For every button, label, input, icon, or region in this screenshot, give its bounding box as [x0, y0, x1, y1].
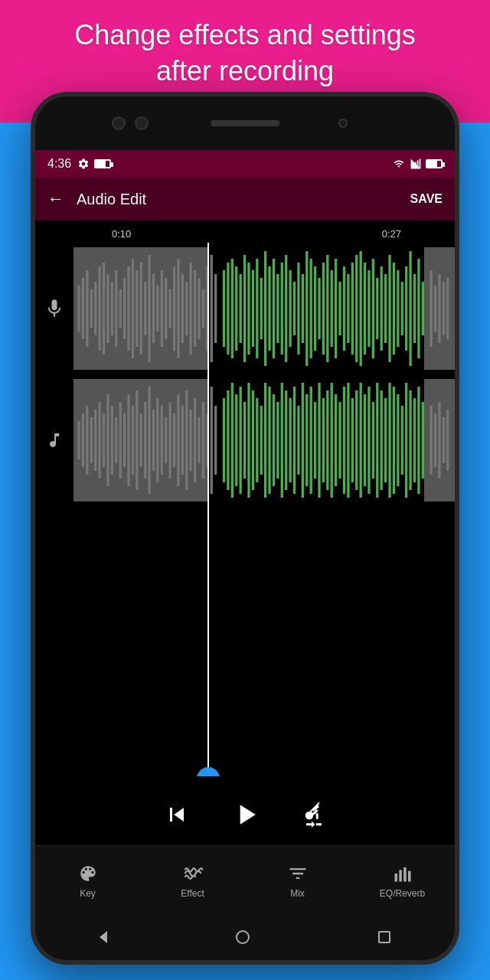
- svg-rect-95: [90, 417, 93, 463]
- svg-rect-135: [260, 406, 263, 475]
- svg-rect-98: [103, 413, 105, 467]
- svg-rect-104: [127, 394, 129, 486]
- svg-rect-58: [305, 251, 308, 366]
- svg-rect-68: [347, 274, 349, 343]
- play-button[interactable]: [229, 798, 263, 831]
- svg-rect-101: [115, 417, 117, 463]
- svg-rect-102: [119, 402, 122, 479]
- svg-rect-155: [343, 387, 345, 494]
- svg-rect-41: [235, 266, 237, 351]
- phone-frame: 4:36: [31, 92, 459, 965]
- svg-rect-52: [281, 263, 283, 354]
- svg-rect-49: [268, 266, 270, 351]
- svg-rect-53: [285, 255, 287, 362]
- svg-rect-7: [90, 289, 93, 328]
- status-icons-right: [392, 158, 443, 169]
- battery-status-icon: [94, 159, 111, 168]
- svg-rect-168: [397, 394, 399, 486]
- svg-rect-39: [227, 263, 229, 354]
- nav-item-key[interactable]: Key: [35, 862, 140, 899]
- svg-rect-21: [148, 255, 150, 362]
- svg-rect-116: [177, 394, 179, 486]
- playhead-handle[interactable]: [197, 767, 220, 776]
- bottom-nav: Key Effect Mix: [35, 845, 455, 914]
- svg-rect-25: [165, 278, 167, 339]
- svg-rect-74: [372, 259, 374, 358]
- svg-rect-90: [443, 282, 445, 335]
- svg-rect-122: [202, 402, 204, 479]
- svg-rect-93: [82, 413, 84, 467]
- voice-track-icon: [35, 296, 74, 321]
- svg-rect-140: [281, 383, 283, 498]
- app-bar: ← Audio Edit SAVE: [35, 178, 455, 220]
- svg-rect-103: [123, 413, 126, 467]
- recents-nav-square[interactable]: [378, 931, 390, 943]
- svg-rect-131: [243, 402, 246, 479]
- svg-rect-46: [256, 259, 258, 358]
- svg-rect-37: [214, 274, 217, 343]
- svg-rect-134: [256, 398, 258, 482]
- effect-icon: [182, 862, 204, 885]
- svg-rect-69: [351, 263, 354, 354]
- svg-rect-81: [401, 282, 403, 335]
- svg-rect-108: [144, 402, 146, 479]
- camera-left: [112, 116, 126, 130]
- svg-rect-133: [252, 390, 254, 490]
- svg-rect-65: [335, 259, 337, 358]
- svg-rect-153: [335, 394, 337, 486]
- svg-rect-173: [417, 387, 420, 494]
- time-marker-2: 0:27: [382, 228, 401, 240]
- signal-icon: [410, 158, 421, 169]
- svg-rect-51: [276, 274, 279, 343]
- svg-rect-117: [181, 406, 184, 475]
- skip-back-button[interactable]: [163, 801, 191, 828]
- home-nav-circle[interactable]: [236, 930, 250, 944]
- time-marker-1: 0:10: [112, 228, 131, 240]
- svg-rect-71: [360, 251, 362, 366]
- voice-waveform: [74, 247, 455, 370]
- trim-button[interactable]: [301, 802, 327, 828]
- svg-rect-183: [408, 871, 411, 881]
- svg-rect-156: [347, 383, 349, 498]
- svg-rect-97: [98, 402, 100, 479]
- svg-rect-12: [111, 282, 113, 335]
- svg-rect-170: [405, 383, 407, 498]
- save-button[interactable]: SAVE: [410, 192, 443, 206]
- svg-rect-42: [240, 274, 242, 343]
- svg-rect-180: [394, 874, 397, 882]
- svg-rect-100: [111, 406, 113, 475]
- svg-rect-118: [185, 390, 188, 490]
- svg-rect-91: [446, 278, 449, 339]
- nav-item-eqreverb[interactable]: EQ/Reverb: [350, 862, 455, 899]
- svg-rect-19: [140, 263, 142, 354]
- svg-rect-110: [152, 410, 155, 471]
- svg-rect-56: [297, 263, 299, 354]
- svg-rect-144: [297, 406, 299, 475]
- back-button[interactable]: ←: [47, 189, 64, 209]
- back-nav-triangle[interactable]: [100, 931, 107, 943]
- svg-rect-70: [355, 255, 358, 362]
- waveforms-area: [35, 243, 455, 776]
- svg-rect-23: [156, 286, 158, 332]
- music-waveform: [74, 379, 455, 501]
- svg-rect-132: [247, 383, 250, 498]
- svg-rect-106: [136, 390, 138, 490]
- mix-label: Mix: [290, 888, 305, 899]
- svg-rect-14: [119, 289, 122, 328]
- app-title: Audio Edit: [77, 191, 410, 208]
- svg-rect-9: [98, 266, 100, 351]
- nav-item-effect[interactable]: Effect: [140, 862, 245, 899]
- nav-item-mix[interactable]: Mix: [245, 862, 350, 899]
- svg-rect-138: [273, 394, 275, 486]
- svg-rect-146: [305, 394, 308, 486]
- svg-rect-150: [322, 398, 325, 482]
- controls-bar: [35, 784, 455, 845]
- mix-icon: [287, 862, 309, 885]
- svg-rect-60: [314, 266, 316, 351]
- svg-rect-59: [310, 259, 312, 358]
- svg-rect-179: [446, 410, 449, 471]
- svg-rect-177: [438, 402, 440, 479]
- svg-rect-137: [268, 387, 270, 494]
- voice-waveform-svg: [74, 247, 455, 370]
- svg-rect-47: [260, 278, 263, 339]
